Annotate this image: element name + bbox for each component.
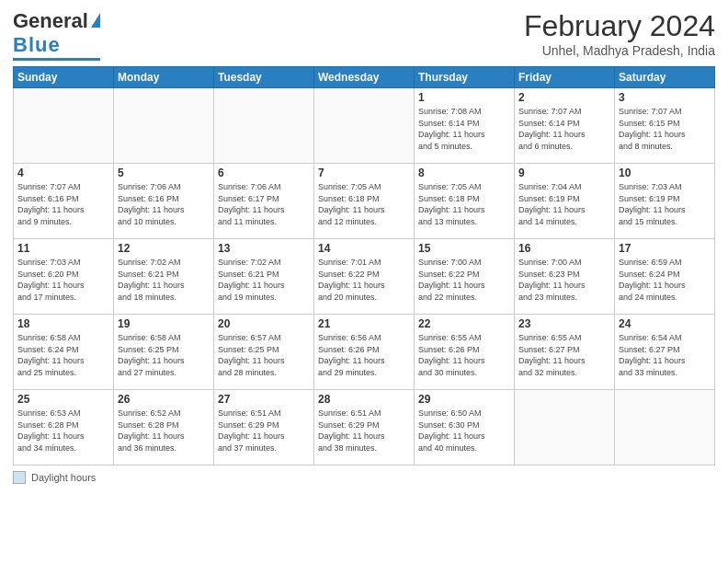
calendar-cell: 4Sunrise: 7:07 AMSunset: 6:16 PMDaylight… (14, 164, 114, 239)
day-info: Sunrise: 7:08 AMSunset: 6:14 PMDaylight:… (418, 106, 510, 152)
calendar-cell: 21Sunrise: 6:56 AMSunset: 6:26 PMDayligh… (314, 315, 415, 390)
calendar-header-friday: Friday (515, 67, 615, 88)
calendar-cell: 7Sunrise: 7:05 AMSunset: 6:18 PMDaylight… (314, 164, 415, 239)
day-info: Sunrise: 6:57 AMSunset: 6:25 PMDaylight:… (218, 332, 310, 378)
day-info: Sunrise: 6:58 AMSunset: 6:24 PMDaylight:… (17, 332, 109, 378)
week-row-2: 4Sunrise: 7:07 AMSunset: 6:16 PMDaylight… (14, 164, 715, 239)
calendar-cell (14, 88, 114, 164)
day-number: 26 (118, 393, 210, 406)
calendar-header-row: SundayMondayTuesdayWednesdayThursdayFrid… (14, 67, 715, 88)
day-info: Sunrise: 6:54 AMSunset: 6:27 PMDaylight:… (619, 332, 711, 378)
calendar-cell: 14Sunrise: 7:01 AMSunset: 6:22 PMDayligh… (314, 239, 415, 315)
day-info: Sunrise: 7:06 AMSunset: 6:16 PMDaylight:… (118, 181, 210, 227)
day-info: Sunrise: 7:00 AMSunset: 6:22 PMDaylight:… (418, 257, 510, 303)
calendar-cell: 20Sunrise: 6:57 AMSunset: 6:25 PMDayligh… (214, 315, 314, 390)
day-number: 25 (17, 393, 109, 406)
day-number: 20 (218, 317, 310, 330)
day-number: 22 (418, 317, 510, 330)
calendar-cell: 16Sunrise: 7:00 AMSunset: 6:23 PMDayligh… (515, 239, 615, 315)
day-number: 6 (218, 167, 310, 179)
day-info: Sunrise: 7:02 AMSunset: 6:21 PMDaylight:… (218, 257, 310, 303)
day-info: Sunrise: 7:05 AMSunset: 6:18 PMDaylight:… (418, 181, 510, 227)
day-number: 9 (518, 167, 610, 179)
day-info: Sunrise: 6:53 AMSunset: 6:28 PMDaylight:… (17, 408, 109, 454)
logo-blue: Blue (13, 33, 61, 57)
logo-underline (13, 58, 100, 61)
calendar-table: SundayMondayTuesdayWednesdayThursdayFrid… (13, 66, 715, 465)
calendar-cell: 6Sunrise: 7:06 AMSunset: 6:17 PMDaylight… (214, 164, 314, 239)
day-number: 28 (318, 393, 410, 406)
calendar-cell (314, 88, 415, 164)
day-number: 13 (218, 242, 310, 255)
calendar-header-sunday: Sunday (14, 67, 114, 88)
day-number: 21 (318, 317, 410, 330)
calendar-cell: 2Sunrise: 7:07 AMSunset: 6:14 PMDaylight… (515, 88, 615, 164)
calendar-cell: 23Sunrise: 6:55 AMSunset: 6:27 PMDayligh… (515, 315, 615, 390)
day-number: 17 (619, 242, 711, 255)
calendar-cell: 1Sunrise: 7:08 AMSunset: 6:14 PMDaylight… (415, 88, 515, 164)
week-row-1: 1Sunrise: 7:08 AMSunset: 6:14 PMDaylight… (14, 88, 715, 164)
day-number: 23 (518, 317, 610, 330)
day-number: 7 (318, 167, 410, 179)
calendar-header-wednesday: Wednesday (314, 67, 415, 88)
calendar-cell: 24Sunrise: 6:54 AMSunset: 6:27 PMDayligh… (615, 315, 715, 390)
calendar-cell: 15Sunrise: 7:00 AMSunset: 6:22 PMDayligh… (415, 239, 515, 315)
day-info: Sunrise: 7:07 AMSunset: 6:16 PMDaylight:… (17, 181, 109, 227)
day-number: 8 (418, 167, 510, 179)
day-info: Sunrise: 6:51 AMSunset: 6:29 PMDaylight:… (318, 408, 410, 454)
calendar-header-thursday: Thursday (415, 67, 515, 88)
day-info: Sunrise: 6:52 AMSunset: 6:28 PMDaylight:… (118, 408, 210, 454)
logo-triangle-icon (91, 13, 100, 28)
day-info: Sunrise: 7:00 AMSunset: 6:23 PMDaylight:… (518, 257, 610, 303)
daylight-label: Daylight hours (31, 472, 96, 483)
header: General Blue February 2024 Unhel, Madhya… (13, 9, 715, 61)
logo-general: General (13, 9, 88, 33)
day-info: Sunrise: 7:01 AMSunset: 6:22 PMDaylight:… (318, 257, 410, 303)
day-number: 2 (518, 91, 610, 104)
week-row-5: 25Sunrise: 6:53 AMSunset: 6:28 PMDayligh… (14, 390, 715, 465)
day-number: 12 (118, 242, 210, 255)
calendar-cell: 5Sunrise: 7:06 AMSunset: 6:16 PMDaylight… (114, 164, 214, 239)
day-number: 11 (17, 242, 109, 255)
day-number: 18 (17, 317, 109, 330)
month-year-title: February 2024 (524, 9, 715, 43)
calendar-cell (114, 88, 214, 164)
day-number: 15 (418, 242, 510, 255)
day-info: Sunrise: 7:06 AMSunset: 6:17 PMDaylight:… (218, 181, 310, 227)
calendar-cell: 29Sunrise: 6:50 AMSunset: 6:30 PMDayligh… (415, 390, 515, 465)
day-number: 5 (118, 167, 210, 179)
day-number: 24 (619, 317, 711, 330)
calendar-cell: 26Sunrise: 6:52 AMSunset: 6:28 PMDayligh… (114, 390, 214, 465)
footer: Daylight hours (13, 471, 715, 484)
day-number: 14 (318, 242, 410, 255)
logo: General Blue (13, 9, 100, 61)
calendar-cell (615, 390, 715, 465)
day-info: Sunrise: 7:02 AMSunset: 6:21 PMDaylight:… (118, 257, 210, 303)
day-info: Sunrise: 7:03 AMSunset: 6:19 PMDaylight:… (619, 181, 711, 227)
day-number: 10 (619, 167, 711, 179)
title-block: February 2024 Unhel, Madhya Pradesh, Ind… (524, 9, 715, 58)
day-info: Sunrise: 7:03 AMSunset: 6:20 PMDaylight:… (17, 257, 109, 303)
week-row-3: 11Sunrise: 7:03 AMSunset: 6:20 PMDayligh… (14, 239, 715, 315)
day-info: Sunrise: 6:59 AMSunset: 6:24 PMDaylight:… (619, 257, 711, 303)
calendar-header-saturday: Saturday (615, 67, 715, 88)
page: General Blue February 2024 Unhel, Madhya… (0, 0, 728, 563)
day-info: Sunrise: 6:50 AMSunset: 6:30 PMDaylight:… (418, 408, 510, 454)
calendar-cell: 28Sunrise: 6:51 AMSunset: 6:29 PMDayligh… (314, 390, 415, 465)
calendar-cell: 8Sunrise: 7:05 AMSunset: 6:18 PMDaylight… (415, 164, 515, 239)
day-info: Sunrise: 6:58 AMSunset: 6:25 PMDaylight:… (118, 332, 210, 378)
calendar-cell: 27Sunrise: 6:51 AMSunset: 6:29 PMDayligh… (214, 390, 314, 465)
calendar-cell: 18Sunrise: 6:58 AMSunset: 6:24 PMDayligh… (14, 315, 114, 390)
calendar-cell: 9Sunrise: 7:04 AMSunset: 6:19 PMDaylight… (515, 164, 615, 239)
day-info: Sunrise: 7:07 AMSunset: 6:14 PMDaylight:… (518, 106, 610, 152)
calendar-header-monday: Monday (114, 67, 214, 88)
day-number: 19 (118, 317, 210, 330)
day-number: 1 (418, 91, 510, 104)
calendar-cell: 25Sunrise: 6:53 AMSunset: 6:28 PMDayligh… (14, 390, 114, 465)
calendar-cell: 3Sunrise: 7:07 AMSunset: 6:15 PMDaylight… (615, 88, 715, 164)
day-number: 4 (17, 167, 109, 179)
day-number: 3 (619, 91, 711, 104)
location-subtitle: Unhel, Madhya Pradesh, India (524, 43, 715, 58)
day-info: Sunrise: 7:04 AMSunset: 6:19 PMDaylight:… (518, 181, 610, 227)
calendar-cell: 19Sunrise: 6:58 AMSunset: 6:25 PMDayligh… (114, 315, 214, 390)
